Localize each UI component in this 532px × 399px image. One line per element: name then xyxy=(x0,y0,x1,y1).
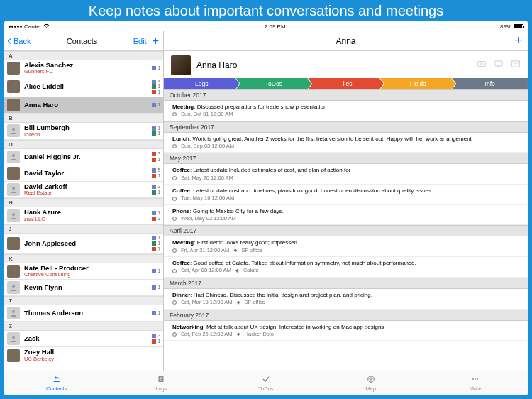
avatar xyxy=(7,151,20,163)
contacts-icon xyxy=(52,375,62,385)
row-badges: 411 xyxy=(146,79,160,95)
contact-company-label: zaal LLC xyxy=(24,217,146,222)
contact-row[interactable]: Kate Bell - ProducerCreative Consulting1 xyxy=(4,263,163,280)
tabbar-label: ToDos xyxy=(258,386,273,392)
section-header: Z xyxy=(4,322,163,331)
contact-row[interactable]: David Taylor51 xyxy=(4,165,163,182)
tab-files[interactable]: Files xyxy=(308,78,384,89)
contact-company-label: UC Berkeley xyxy=(24,356,146,362)
add-log-button[interactable]: + xyxy=(514,33,522,48)
avatar xyxy=(7,307,20,319)
contact-row[interactable]: Thomas Anderson1 xyxy=(4,305,163,322)
contact-name-label: Daniel Higgins Jr. xyxy=(24,153,146,160)
section-header: K xyxy=(4,254,163,263)
log-entry[interactable]: Lunch: Work is going great. Another 2 we… xyxy=(164,133,528,153)
back-label: Back xyxy=(13,37,31,45)
contact-row[interactable]: Zoey HallUC Berkeley xyxy=(4,347,163,364)
svg-point-19 xyxy=(475,378,476,380)
avatar xyxy=(7,209,20,222)
section-header: B xyxy=(4,114,163,123)
avatar xyxy=(7,167,20,180)
row-badges: 51 xyxy=(146,168,160,179)
log-entry[interactable]: Meeting: First demo looks really good; i… xyxy=(164,236,528,257)
message-icon[interactable] xyxy=(494,59,504,72)
contact-company-label: Creative Consulting xyxy=(24,272,146,278)
add-contact-button[interactable]: + xyxy=(153,35,159,47)
tabbar-more[interactable]: More xyxy=(423,371,528,395)
pin-icon xyxy=(235,269,239,273)
clock-icon xyxy=(172,112,177,116)
wifi-icon xyxy=(43,23,50,30)
battery-icon xyxy=(514,24,523,28)
tabbar-map[interactable]: Map xyxy=(318,371,423,395)
clock-icon xyxy=(172,248,177,253)
contact-company-label: Gunners FC xyxy=(24,69,146,75)
section-header: A xyxy=(4,51,163,60)
tabbar-logs[interactable]: Logs xyxy=(109,371,214,395)
log-entry[interactable]: Coffee: Latest update cost and timelines… xyxy=(164,185,528,205)
contact-row[interactable]: David ZarkoffReal Estate21 xyxy=(4,182,163,199)
avatar xyxy=(7,237,20,250)
row-badges: 1 xyxy=(146,268,160,274)
row-badges: 12 xyxy=(146,210,160,222)
section-header: H xyxy=(4,198,163,207)
svg-rect-10 xyxy=(512,61,520,67)
contact-company-label: Real Estate xyxy=(24,190,146,196)
clock-icon xyxy=(172,300,177,305)
log-entry[interactable]: Phone: Going to Mexico City for a few da… xyxy=(164,205,528,226)
contact-name-label: John Appleseed xyxy=(24,240,146,247)
contact-name-label: Bill Lumbergh xyxy=(24,124,146,131)
contact-row[interactable]: Anna Haro1 xyxy=(4,97,163,114)
row-badges: 31 xyxy=(146,151,160,163)
svg-point-12 xyxy=(57,377,59,378)
month-header: May 2017 xyxy=(164,153,528,164)
log-entry[interactable]: Networking: Met at talk about UX design.… xyxy=(164,321,528,341)
avatar xyxy=(7,80,20,93)
contact-row[interactable]: Daniel Higgins Jr.31 xyxy=(4,149,163,165)
section-header: T xyxy=(4,296,163,305)
svg-rect-16 xyxy=(160,380,162,381)
contact-list: AAlexis SanchezGunners FC1Alice Liddell4… xyxy=(4,51,163,371)
tab-todos[interactable]: ToDos xyxy=(236,78,312,89)
section-header: D xyxy=(4,140,163,149)
mail-icon[interactable] xyxy=(511,59,521,72)
contact-name-label: Alice Liddell xyxy=(24,83,146,90)
back-button[interactable]: Back xyxy=(9,37,31,45)
tab-logs[interactable]: Logs xyxy=(164,78,240,89)
contact-row[interactable]: Alexis SanchezGunners FC1 xyxy=(4,60,163,77)
contact-row[interactable]: Zack31 xyxy=(4,331,163,347)
contact-row[interactable]: John Appleseed117 xyxy=(4,234,163,253)
contact-row[interactable]: Kevin Flynn1 xyxy=(4,280,163,296)
todos-icon xyxy=(261,375,271,385)
tabbar-todos[interactable]: ToDos xyxy=(214,371,318,395)
map-icon xyxy=(366,375,376,385)
month-header: February 2017 xyxy=(164,310,528,321)
clock-label: 2:09 PM xyxy=(265,23,286,30)
tab-fields[interactable]: Fields xyxy=(380,78,456,89)
contact-row[interactable]: Bill LumberghInitech11 xyxy=(4,123,163,140)
detail-title: Anna xyxy=(336,36,355,46)
tab-info[interactable]: Info xyxy=(452,78,528,89)
svg-point-5 xyxy=(12,310,15,313)
contact-name-label: Anna Haro xyxy=(24,102,146,109)
month-header: March 2017 xyxy=(164,278,528,289)
contact-row[interactable]: Alice Liddell411 xyxy=(4,77,163,97)
log-entry[interactable]: Coffee: Latest update included estimates… xyxy=(164,164,528,185)
contact-name: Anna Haro xyxy=(196,60,237,70)
avatar xyxy=(7,332,20,345)
month-header: October 2017 xyxy=(164,89,528,101)
log-entry[interactable]: Dinner: Had Chinese. Discussed the initi… xyxy=(164,289,528,310)
segment-tabs: LogsToDosFilesFieldsInfo xyxy=(164,78,528,89)
carrier-label: Carrier xyxy=(24,23,41,30)
tabbar-contacts[interactable]: Contacts xyxy=(4,371,109,395)
svg-rect-14 xyxy=(160,377,162,378)
logs-icon xyxy=(156,375,166,385)
phone-icon[interactable] xyxy=(477,59,487,72)
contact-row[interactable]: Hank Azurezaal LLC12 xyxy=(4,207,163,224)
edit-button[interactable]: Edit xyxy=(133,37,147,45)
contact-company-label: Initech xyxy=(24,132,146,138)
log-entry[interactable]: Coffee: Good coffee at Calafe. Talked ab… xyxy=(164,257,528,278)
tabbar-label: More xyxy=(470,386,482,392)
log-entry[interactable]: Meeting: Discussed preparations for trad… xyxy=(164,101,528,121)
avatar xyxy=(7,99,20,111)
